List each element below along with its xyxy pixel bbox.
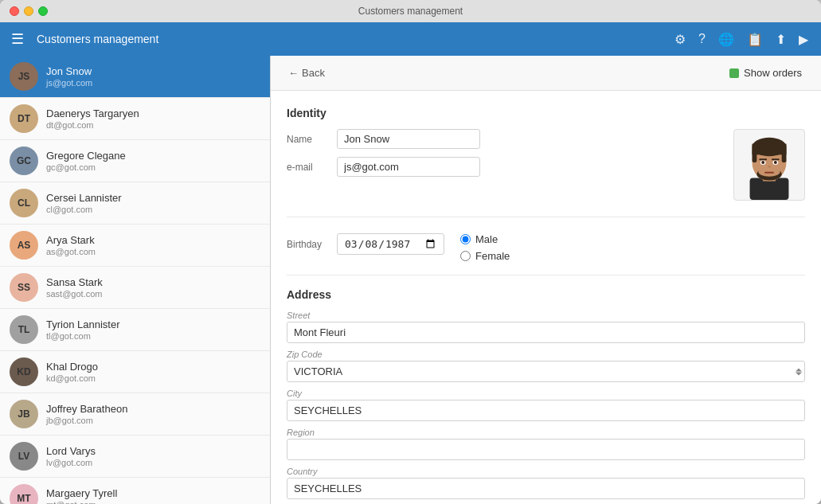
document-icon[interactable]: 📋 (742, 29, 768, 50)
customer-email: kd@got.com (46, 373, 260, 383)
minimize-button[interactable] (24, 6, 33, 16)
customer-name: Margaery Tyrell (46, 487, 260, 499)
zip-input-wrap: VICTORIA (287, 361, 805, 382)
maximize-button[interactable] (38, 6, 48, 16)
customer-info: Sansa Stark sast@got.com (46, 276, 260, 299)
spinner-up-icon[interactable] (796, 368, 802, 371)
svg-rect-0 (750, 178, 789, 200)
avatar: LV (10, 442, 38, 471)
avatar: AS (10, 231, 38, 260)
sidebar-item-arya[interactable]: AS Arya Stark as@got.com (0, 225, 270, 267)
svg-point-9 (761, 161, 764, 164)
detail-panel: ← Back Show orders Identity Name (271, 56, 821, 504)
back-arrow-icon: ← (288, 67, 299, 79)
customer-name: Lord Varys (46, 445, 260, 457)
customer-email: jb@got.com (46, 416, 260, 425)
window-title: Customers management (358, 6, 463, 17)
customer-name: Daenerys Targaryen (46, 107, 260, 119)
avatar: CL (10, 189, 38, 217)
country-input[interactable] (287, 478, 805, 499)
title-bar: Customers management (0, 0, 821, 22)
birthday-input[interactable] (337, 233, 444, 255)
customer-info: Daenerys Targaryen dt@got.com (46, 107, 260, 130)
sidebar-item-lord[interactable]: LV Lord Varys lv@got.com (0, 436, 270, 478)
customer-info: Khal Drogo kd@got.com (46, 361, 260, 383)
zip-spinner (796, 368, 802, 375)
customer-email: mt@got.com (46, 500, 260, 504)
street-input[interactable] (287, 322, 805, 343)
customer-email: as@got.com (46, 247, 260, 256)
region-input[interactable] (287, 439, 805, 460)
status-dot-icon (729, 68, 739, 78)
sidebar-item-tyrion[interactable]: TL Tyrion Lannister tl@got.com (0, 309, 270, 351)
zip-label: Zip Code (287, 350, 805, 359)
identity-fields: Name e-mail (287, 129, 717, 201)
gender-male-label: Male (475, 233, 498, 245)
play-icon[interactable]: ▶ (794, 29, 813, 50)
email-label: e-mail (287, 162, 330, 173)
customer-name: Gregore Clegane (46, 150, 260, 162)
sidebar-item-sansa[interactable]: SS Sansa Stark sast@got.com (0, 267, 270, 309)
close-button[interactable] (10, 6, 19, 16)
upload-icon[interactable]: ⬆ (771, 29, 791, 50)
name-field-row: Name (287, 129, 717, 149)
settings-icon[interactable]: ⚙ (670, 29, 690, 50)
sidebar-item-jon[interactable]: JS Jon Snow js@got.com (0, 56, 270, 98)
customer-info: Cersei Lannister cl@got.com (46, 192, 260, 214)
show-orders-button[interactable]: Show orders (723, 64, 808, 82)
help-icon[interactable]: ? (694, 29, 710, 50)
customer-email: js@got.com (46, 78, 260, 88)
customer-name: Tyrion Lannister (46, 318, 260, 330)
svg-rect-4 (752, 144, 786, 155)
gender-male-radio[interactable] (460, 234, 471, 244)
globe-icon[interactable]: 🌐 (713, 29, 739, 50)
customer-info: Arya Stark as@got.com (46, 234, 260, 256)
customer-email: lv@got.com (46, 458, 260, 467)
spinner-down-icon[interactable] (796, 372, 802, 375)
customer-email: gc@got.com (46, 162, 260, 172)
customer-info: Joffrey Baratheon jb@got.com (46, 403, 260, 425)
toolbar: ☰ Customers management ⚙ ? 🌐 📋 ⬆ ▶ (0, 22, 821, 56)
sidebar-item-gregore[interactable]: GC Gregore Clegane gc@got.com (0, 140, 270, 182)
customer-info: Jon Snow js@got.com (46, 65, 260, 88)
sidebar-item-daenerys[interactable]: DT Daenerys Targaryen dt@got.com (0, 98, 270, 140)
svg-rect-5 (752, 147, 756, 163)
detail-header: ← Back Show orders (271, 56, 821, 91)
birthday-gender-section: Birthday Male Female (287, 233, 805, 275)
customer-name: Khal Drogo (46, 361, 260, 373)
gender-options: Male Female (460, 233, 510, 262)
customer-email: tl@got.com (46, 331, 260, 341)
svg-rect-16 (764, 172, 774, 174)
customer-avatar-large (733, 129, 805, 201)
zip-select[interactable]: VICTORIA (287, 361, 805, 382)
customer-info: Lord Varys lv@got.com (46, 445, 260, 467)
sidebar-item-khal[interactable]: KD Khal Drogo kd@got.com (0, 351, 270, 393)
email-input[interactable] (337, 157, 480, 177)
gender-female-option[interactable]: Female (460, 250, 510, 262)
gender-male-option[interactable]: Male (460, 233, 510, 245)
avatar: KD (10, 357, 38, 386)
sidebar-item-joffrey[interactable]: JB Joffrey Baratheon jb@got.com (0, 393, 270, 436)
avatar: JS (10, 62, 38, 91)
avatar: SS (10, 273, 38, 302)
birthday-label: Birthday (287, 239, 330, 250)
detail-body: Identity Name e-mail (271, 91, 821, 504)
city-label: City (287, 389, 805, 398)
svg-point-10 (774, 161, 777, 164)
birthday-field: Birthday (287, 233, 444, 255)
name-input[interactable] (337, 129, 480, 149)
gender-female-radio[interactable] (460, 251, 471, 261)
customer-email: cl@got.com (46, 205, 260, 214)
back-button[interactable]: ← Back (283, 64, 330, 81)
svg-rect-11 (759, 158, 767, 160)
toolbar-title: Customers management (37, 33, 663, 45)
city-input[interactable] (287, 400, 805, 421)
sidebar: JS Jon Snow js@got.com DT Daenerys Targa… (0, 56, 271, 504)
menu-icon[interactable]: ☰ (8, 27, 27, 51)
sidebar-item-margaery[interactable]: MT Margaery Tyrell mt@got.com (0, 478, 270, 504)
identity-section: Name e-mail (287, 129, 805, 217)
main-content: JS Jon Snow js@got.com DT Daenerys Targa… (0, 56, 821, 504)
customer-info: Margaery Tyrell mt@got.com (46, 487, 260, 504)
sidebar-item-cersei[interactable]: CL Cersei Lannister cl@got.com (0, 182, 270, 225)
identity-section-title: Identity (287, 107, 805, 119)
